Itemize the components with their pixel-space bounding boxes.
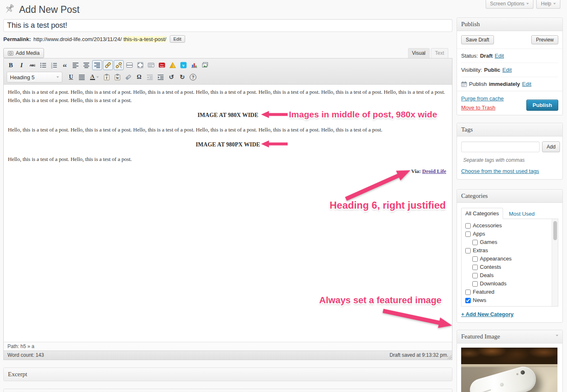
checkbox[interactable] xyxy=(472,265,478,270)
unlink-button[interactable] xyxy=(114,60,124,70)
visibility-value: Public xyxy=(484,67,500,73)
excerpt-panel-header[interactable]: Excerpt xyxy=(4,368,452,381)
strikethrough-button[interactable]: ABC xyxy=(27,60,37,70)
categories-box-header[interactable]: Categories xyxy=(457,190,562,203)
more-tag-button[interactable] xyxy=(125,60,134,70)
kitchen-sink-button[interactable] xyxy=(146,60,156,70)
paste-as-text-button[interactable]: T xyxy=(102,72,112,82)
tags-box-header[interactable]: Tags xyxy=(457,123,562,136)
undo-button[interactable]: ↺ xyxy=(166,72,176,82)
trackbacks-panel-header[interactable]: Send Trackbacks xyxy=(4,389,452,392)
visibility-row: Visibility: Public Edit xyxy=(461,63,558,77)
checkbox[interactable] xyxy=(465,231,471,237)
category-checkbox-downloads[interactable]: Downloads xyxy=(472,280,550,288)
collapse-toggle-icon[interactable] xyxy=(556,335,558,336)
add-new-category-link[interactable]: + Add New Category xyxy=(461,311,513,317)
tab-most-used[interactable]: Most Used xyxy=(509,209,535,219)
category-checkbox-accessories[interactable]: Accessories xyxy=(465,222,550,230)
move-to-trash-link[interactable]: Move to Trash xyxy=(461,105,504,111)
checkbox[interactable] xyxy=(465,223,471,229)
toolbar-row-1: B I ABC 123 “ xyxy=(5,59,450,71)
editor-toolbar: B I ABC 123 “ xyxy=(4,58,452,85)
screen-meta-links: Screen Options Help xyxy=(486,0,560,9)
indent-button[interactable] xyxy=(156,72,166,82)
checkbox[interactable] xyxy=(465,298,471,303)
insert-link-button[interactable] xyxy=(103,60,113,70)
indent-icon xyxy=(157,74,164,80)
text-color-button[interactable]: A xyxy=(88,72,101,82)
fullscreen-button[interactable] xyxy=(135,60,145,70)
screen-options-button[interactable]: Screen Options xyxy=(486,0,534,9)
edit-schedule-link[interactable]: Edit xyxy=(522,81,531,87)
italic-button[interactable]: I xyxy=(17,60,27,70)
remove-formatting-button[interactable] xyxy=(123,72,133,82)
category-checkbox-deals[interactable]: Deals xyxy=(472,271,550,280)
permalink-label: Permalink: xyxy=(3,36,31,42)
bold-button[interactable]: B xyxy=(6,60,16,70)
publish-box-header[interactable]: Publish xyxy=(457,18,562,31)
format-select[interactable]: Heading 5 xyxy=(7,72,62,83)
choose-most-used-tags-link[interactable]: Choose from the most used tags xyxy=(461,168,539,174)
align-left-button[interactable] xyxy=(71,60,81,70)
page-title-text: Add New Post xyxy=(19,4,80,15)
redo-button[interactable]: ↻ xyxy=(177,72,187,82)
path-text: Path: h5 » a xyxy=(7,343,34,349)
category-checkbox-apps[interactable]: Apps xyxy=(465,230,550,238)
chart-icon xyxy=(191,62,198,68)
checkbox[interactable] xyxy=(465,248,471,253)
bullet-list-button[interactable] xyxy=(38,60,48,70)
add-media-button[interactable]: Add Media xyxy=(3,48,44,58)
underline-button[interactable]: U xyxy=(66,72,76,82)
link-icon xyxy=(105,62,111,68)
checkbox[interactable] xyxy=(472,273,478,278)
visibility-label: Visibility: xyxy=(461,67,482,73)
warning-triangle-button[interactable] xyxy=(168,60,178,70)
blockquote-button[interactable]: “ xyxy=(60,60,70,70)
category-checkbox-featured[interactable]: Featured xyxy=(465,288,550,296)
align-right-button[interactable] xyxy=(92,60,102,70)
screen-options-label: Screen Options xyxy=(490,1,525,7)
outdent-button[interactable] xyxy=(145,72,155,82)
scrollbar-thumb[interactable] xyxy=(553,221,557,240)
paste-text-icon: T xyxy=(103,74,110,80)
editor-help-button[interactable]: ? xyxy=(188,72,198,82)
checkbox[interactable] xyxy=(465,290,471,295)
tab-all-categories[interactable]: All Categories xyxy=(461,208,503,219)
insert-poll-button[interactable] xyxy=(189,60,199,70)
category-checkbox-contests[interactable]: Contests xyxy=(472,263,550,271)
edit-visibility-link[interactable]: Edit xyxy=(502,67,511,73)
post-title-input[interactable] xyxy=(3,19,452,32)
justify-button[interactable] xyxy=(77,72,87,82)
align-center-button[interactable] xyxy=(81,60,91,70)
paste-from-word-button[interactable]: W xyxy=(112,72,122,82)
phone-carrier-mark xyxy=(481,389,491,392)
save-draft-button[interactable]: Save Draft xyxy=(461,35,494,44)
editor-content[interactable]: Hello, this is a test of a post. Hello, … xyxy=(4,85,452,342)
preview-button[interactable]: Preview xyxy=(531,35,558,44)
checkbox[interactable] xyxy=(472,256,478,262)
sidebar: Publish Save Draft Preview Status: Draft… xyxy=(457,0,563,392)
help-button[interactable]: Help xyxy=(536,0,560,9)
tab-text[interactable]: Text xyxy=(431,48,448,58)
checkbox[interactable] xyxy=(472,240,478,245)
tags-input[interactable] xyxy=(461,141,540,152)
category-checkbox-appearances[interactable]: Appearances xyxy=(472,255,550,263)
checkbox[interactable] xyxy=(472,281,478,287)
publish-button[interactable]: Publish xyxy=(526,100,558,111)
purge-cache-link[interactable]: Purge from cache xyxy=(461,95,504,102)
via-droid-life-link[interactable]: Droid Life xyxy=(422,168,446,174)
youtube-embed-button[interactable]: YouTube xyxy=(157,60,167,70)
numbered-list-button[interactable]: 123 xyxy=(49,60,59,70)
insert-gallery-button[interactable] xyxy=(200,60,210,70)
leaves-background xyxy=(461,348,557,364)
tab-visual[interactable]: Visual xyxy=(408,48,430,58)
edit-permalink-button[interactable]: Edit xyxy=(170,35,185,43)
add-tag-button[interactable]: Add xyxy=(542,141,560,152)
category-checkbox-news[interactable]: News xyxy=(465,296,550,304)
category-checkbox-games[interactable]: Games xyxy=(472,238,550,246)
category-checkbox-extras[interactable]: Extras xyxy=(465,246,550,255)
vimeo-embed-button[interactable]: v xyxy=(178,60,188,70)
edit-status-link[interactable]: Edit xyxy=(495,53,504,59)
featured-image-box-header[interactable]: Featured Image xyxy=(457,330,562,343)
special-character-button[interactable]: Ω xyxy=(134,72,144,82)
